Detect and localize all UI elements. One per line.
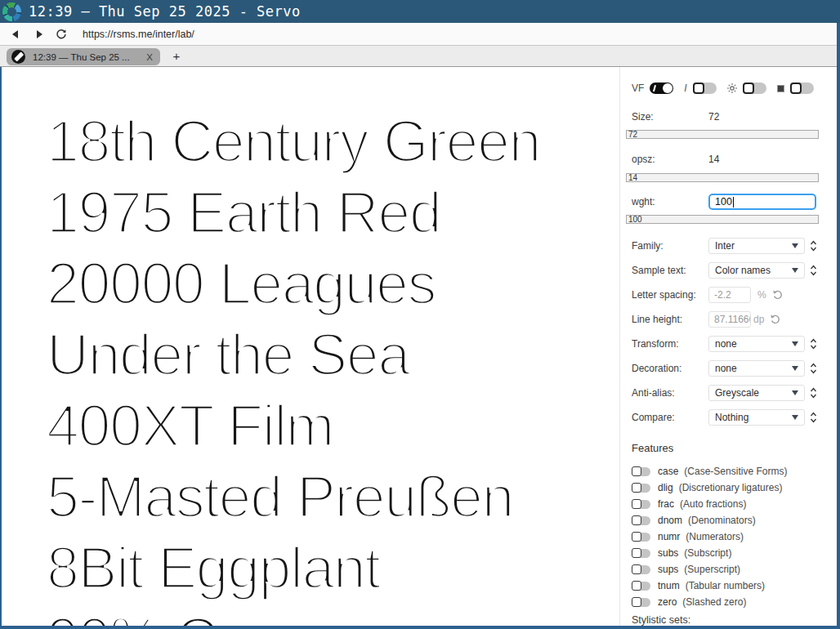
feature-row-dnom: dnom (Denominators) bbox=[632, 512, 825, 529]
sample-line: 8Bit Eggplant bbox=[47, 533, 619, 604]
browser-toolbar: https://rsms.me/inter/lab/ bbox=[0, 23, 837, 46]
feature-toggle[interactable] bbox=[632, 533, 650, 542]
sample-text-select-value: Color names bbox=[715, 265, 771, 276]
feature-toggle[interactable] bbox=[632, 516, 650, 525]
sample-text-select[interactable]: Color names bbox=[708, 262, 805, 279]
decoration-select[interactable]: none bbox=[708, 360, 805, 377]
feature-toggle[interactable] bbox=[632, 500, 650, 509]
anti-alias-row: Anti-alias: Greyscale bbox=[632, 385, 825, 401]
wght-value: 100 bbox=[715, 196, 732, 207]
line-height-reset-button[interactable] bbox=[770, 314, 781, 325]
feature-code: tnum bbox=[658, 580, 680, 591]
opsz-slider[interactable]: 14 bbox=[626, 173, 819, 182]
vf-check-mark bbox=[653, 85, 656, 91]
transform-select[interactable]: none bbox=[708, 336, 805, 352]
size-slider[interactable]: 72 bbox=[626, 130, 819, 139]
sample-line: 90% Cocoa bbox=[47, 604, 619, 626]
toggle-knob bbox=[632, 466, 641, 476]
compare-select[interactable]: Nothing bbox=[708, 409, 805, 426]
vf-toggle[interactable] bbox=[650, 83, 673, 94]
toggle-knob bbox=[693, 83, 704, 94]
feature-desc: (Numerators) bbox=[686, 531, 744, 542]
letter-spacing-row: Letter spacing: -2.2 % bbox=[632, 287, 825, 303]
line-height-input[interactable]: 87.1166666 bbox=[708, 311, 751, 328]
compare-label: Compare: bbox=[632, 412, 708, 423]
feature-toggle[interactable] bbox=[632, 598, 650, 607]
feature-toggle[interactable] bbox=[632, 549, 650, 558]
dropdown-caret-icon bbox=[792, 341, 798, 346]
up-down-stepper-icon[interactable] bbox=[810, 412, 817, 423]
feature-desc: (Case-Sensitive Forms) bbox=[684, 466, 787, 477]
wght-row: wght: 100 bbox=[632, 193, 825, 211]
feature-row-tnum: tnum (Tabular numbers) bbox=[632, 578, 825, 594]
transform-row: Transform: none bbox=[632, 336, 825, 352]
feature-code: dlig bbox=[658, 482, 673, 493]
tab-close-button[interactable]: X bbox=[146, 52, 153, 62]
boxed-toggle[interactable] bbox=[790, 83, 814, 94]
anti-alias-select-value: Greyscale bbox=[715, 387, 759, 399]
feature-row-frac: frac (Auto fractions) bbox=[632, 496, 825, 512]
family-select-value: Inter bbox=[715, 240, 735, 252]
transform-label: Transform: bbox=[632, 338, 708, 350]
sample-line: 18th Century Green bbox=[47, 106, 619, 177]
invert-colors-icon bbox=[727, 83, 737, 93]
toggle-knob bbox=[632, 499, 641, 509]
url-input[interactable]: https://rsms.me/inter/lab/ bbox=[83, 29, 194, 40]
letter-spacing-reset-button[interactable] bbox=[772, 289, 784, 301]
size-value[interactable]: 72 bbox=[708, 111, 719, 123]
dropdown-caret-icon bbox=[792, 390, 798, 395]
toggle-knob bbox=[632, 532, 641, 542]
feature-code: sups bbox=[658, 564, 678, 575]
feature-row-zero: zero (Slashed zero) bbox=[632, 594, 825, 610]
feature-toggle[interactable] bbox=[632, 467, 650, 476]
toggle-knob bbox=[632, 515, 641, 525]
opsz-row: opsz: 14 bbox=[632, 154, 825, 165]
anti-alias-label: Anti-alias: bbox=[632, 387, 708, 399]
compare-row: Compare: Nothing bbox=[632, 409, 825, 426]
wght-slider[interactable]: 100 bbox=[626, 215, 819, 224]
feature-toggle[interactable] bbox=[632, 565, 650, 574]
family-row: Family: Inter bbox=[632, 238, 825, 254]
opsz-value[interactable]: 14 bbox=[708, 154, 719, 165]
reset-icon bbox=[772, 289, 784, 301]
anti-alias-select[interactable]: Greyscale bbox=[708, 385, 805, 401]
page-content: 18th Century Green 1975 Earth Red 20000 … bbox=[2, 67, 837, 626]
decoration-label: Decoration: bbox=[632, 363, 708, 374]
forward-button[interactable] bbox=[31, 26, 47, 42]
letter-spacing-input[interactable]: -2.2 bbox=[708, 287, 751, 303]
opsz-label: opsz: bbox=[632, 154, 708, 165]
new-tab-button[interactable]: + bbox=[168, 48, 185, 65]
feature-desc: (Auto fractions) bbox=[680, 498, 746, 510]
feature-row-numr: numr (Numerators) bbox=[632, 529, 825, 545]
feature-row-dlig: dlig (Discretionary ligatures) bbox=[632, 480, 825, 496]
dropdown-caret-icon bbox=[792, 366, 798, 371]
dropdown-caret-icon bbox=[792, 268, 798, 273]
reload-button[interactable] bbox=[53, 26, 69, 42]
decoration-select-value: none bbox=[715, 363, 737, 374]
sample-text-row: Sample text: Color names bbox=[632, 262, 825, 279]
up-down-stepper-icon[interactable] bbox=[810, 363, 817, 374]
family-select[interactable]: Inter bbox=[708, 238, 805, 254]
up-down-stepper-icon[interactable] bbox=[810, 387, 817, 399]
feature-code: dnom bbox=[658, 515, 682, 526]
family-label: Family: bbox=[632, 240, 708, 252]
back-button[interactable] bbox=[7, 26, 23, 42]
feature-desc: (Denominators) bbox=[688, 515, 756, 526]
wght-input[interactable]: 100 bbox=[708, 194, 816, 210]
up-down-stepper-icon[interactable] bbox=[810, 240, 817, 252]
feature-toggle[interactable] bbox=[632, 484, 650, 493]
feature-toggle[interactable] bbox=[632, 582, 650, 591]
feature-desc: (Subscript) bbox=[684, 547, 731, 559]
size-label: Size: bbox=[632, 111, 708, 123]
up-down-stepper-icon[interactable] bbox=[810, 338, 817, 350]
italic-toggle[interactable] bbox=[693, 83, 717, 94]
reset-icon bbox=[770, 314, 781, 325]
sample-text-label: Sample text: bbox=[632, 265, 708, 276]
italic-toggle-label: I bbox=[684, 83, 686, 94]
feature-code: zero bbox=[658, 596, 677, 608]
feature-code: subs bbox=[658, 547, 678, 559]
up-down-stepper-icon[interactable] bbox=[810, 265, 817, 276]
invert-toggle[interactable] bbox=[743, 83, 766, 94]
toggle-knob bbox=[632, 564, 641, 574]
tab-active[interactable]: 12:39 — Thu Sep 25 ... X bbox=[7, 48, 160, 65]
